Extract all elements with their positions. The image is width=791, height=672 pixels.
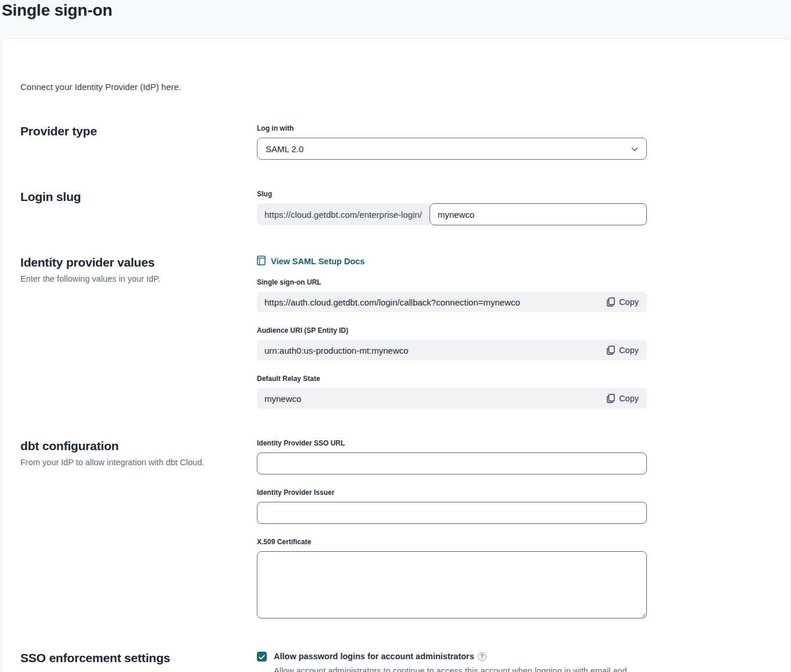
dbt-config-heading-col: dbt configuration From your IdP to allow… [20,439,257,621]
password-logins-label: Allow password logins for account admini… [274,652,486,661]
dbt-config-subheading: From your IdP to allow integration with … [20,458,257,467]
idp-issuer-group: Identity Provider Issuer [257,488,647,524]
sso-enforcement-heading-col: SSO enforcement settings [20,651,257,672]
idp-values-subheading: Enter the following values in your IdP. [20,274,257,283]
login-with-label: Log in with [257,124,647,132]
x509-certificate-label: X.509 Certificate [257,538,647,546]
provider-type-select[interactable]: SAML 2.0 [257,138,647,160]
provider-type-heading: Provider type [20,124,257,138]
x509-certificate-textarea[interactable] [257,551,647,619]
idp-issuer-input[interactable] [257,502,647,524]
idp-issuer-label: Identity Provider Issuer [257,488,647,497]
sso-url-copy-button[interactable]: Copy [606,295,640,309]
copy-button-label: Copy [619,346,639,355]
idp-values-heading-col: Identity provider values Enter the follo… [20,256,257,409]
sso-enforcement-heading: SSO enforcement settings [20,651,257,665]
relay-state-label: Default Relay State [257,375,647,383]
page-header: Single sign-on [0,0,791,38]
audience-uri-group: Audience URI (SP Entity ID) urn:auth0:us… [257,326,647,361]
audience-uri-copy-button[interactable]: Copy [606,343,640,357]
relay-state-copy-button[interactable]: Copy [606,391,640,405]
provider-type-field-col: Log in with SAML 2.0 [257,124,647,160]
section-dbt-configuration: dbt configuration From your IdP to allow… [20,439,790,621]
idp-values-heading: Identity provider values [20,256,257,269]
password-logins-checkbox-row: Allow password logins for account admini… [257,651,647,672]
page-title: Single sign-on [2,1,791,20]
provider-type-heading-col: Provider type [20,124,257,160]
document-icon [257,256,266,267]
section-sso-enforcement: SSO enforcement settings Allow password … [20,651,790,672]
password-logins-checkbox[interactable] [257,652,267,662]
login-slug-heading: Login slug [20,190,257,204]
section-login-slug: Login slug Slug https://cloud.getdbt.com… [20,190,790,225]
section-provider-type: Provider type Log in with SAML 2.0 [20,124,790,160]
sso-enforcement-field-col: Allow password logins for account admini… [257,651,647,672]
slug-label: Slug [257,190,647,198]
checkmark-icon [259,652,265,662]
relay-state-readonly-field: mynewco Copy [257,388,647,409]
idp-values-field-col: View SAML Setup Docs Single sign-on URL … [257,256,647,409]
password-logins-label-text: Allow password logins for account admini… [274,652,474,661]
idp-sso-url-group: Identity Provider SSO URL [257,439,647,475]
sso-url-label: Single sign-on URL [257,278,647,286]
slug-input[interactable] [429,203,647,225]
view-saml-setup-docs-link[interactable]: View SAML Setup Docs [257,256,364,267]
x509-certificate-group: X.509 Certificate [257,538,647,621]
section-identity-provider-values: Identity provider values Enter the follo… [20,256,790,409]
provider-type-selected-value: SAML 2.0 [266,144,303,154]
audience-uri-label: Audience URI (SP Entity ID) [257,326,647,335]
login-slug-heading-col: Login slug [20,190,257,225]
copy-icon [607,394,615,403]
slug-url-prefix: https://cloud.getdbt.com/enterprise-logi… [257,203,429,225]
sso-url-group: Single sign-on URL https://auth.cloud.ge… [257,278,647,312]
view-saml-setup-docs-label: View SAML Setup Docs [271,257,364,266]
dbt-config-heading: dbt configuration [20,439,257,453]
copy-button-label: Copy [619,394,639,403]
copy-icon [607,346,615,355]
audience-uri-readonly-field: urn:auth0:us-production-mt:mynewco Copy [257,340,647,361]
slug-field: https://cloud.getdbt.com/enterprise-logi… [257,203,647,225]
settings-card: Connect your Identity Provider (IdP) her… [1,38,791,672]
relay-state-value: mynewco [264,394,301,404]
password-logins-text-block: Allow password logins for account admini… [274,651,646,672]
audience-uri-value: urn:auth0:us-production-mt:mynewco [264,346,409,355]
dbt-config-field-col: Identity Provider SSO URL Identity Provi… [257,439,647,621]
password-logins-description: Allow account administrators to continue… [274,665,646,672]
idp-sso-url-label: Identity Provider SSO URL [257,439,647,447]
intro-text: Connect your Identity Provider (IdP) her… [20,82,790,92]
login-slug-field-col: Slug https://cloud.getdbt.com/enterprise… [257,190,647,225]
relay-state-group: Default Relay State mynewco Copy [257,375,647,409]
copy-button-label: Copy [619,297,639,307]
copy-icon [607,297,615,307]
sso-url-readonly-field: https://auth.cloud.getdbt.com/login/call… [257,292,647,312]
help-icon[interactable]: ? [478,652,486,661]
idp-sso-url-input[interactable] [257,452,647,475]
sso-url-value: https://auth.cloud.getdbt.com/login/call… [264,297,520,307]
chevron-down-icon [631,143,638,154]
